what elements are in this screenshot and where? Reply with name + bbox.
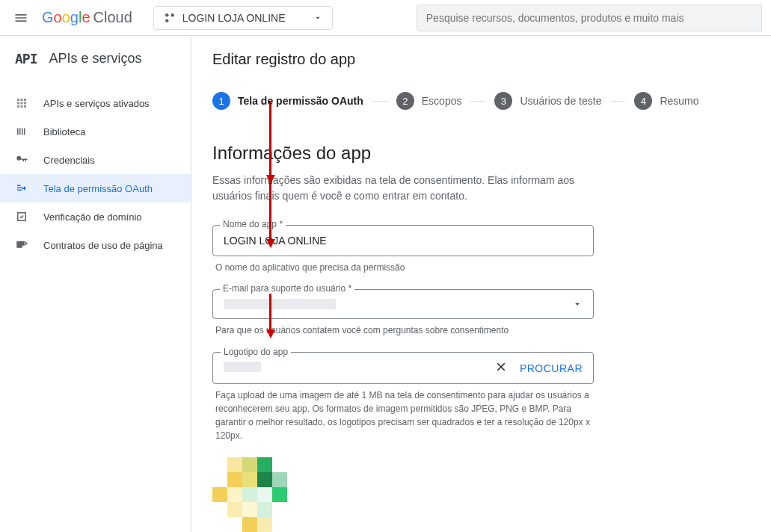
logo-clear-button[interactable]	[494, 360, 508, 376]
stepper: 1 Tela de permissão OAuth 2 Escopos 3 Us…	[212, 92, 750, 110]
api-logo-icon: API	[15, 51, 37, 66]
library-icon	[15, 125, 28, 138]
key-icon	[15, 153, 28, 167]
menu-button[interactable]	[9, 6, 33, 30]
logo-preview	[212, 457, 302, 532]
step-divider	[470, 101, 485, 102]
sidebar-item-label: Biblioteca	[43, 126, 85, 137]
dropdown-icon	[572, 299, 583, 309]
step-divider	[610, 101, 625, 102]
agreement-icon	[15, 238, 28, 252]
support-email-field: E-mail para suporte do usuário *	[212, 289, 594, 319]
step-number: 4	[634, 92, 652, 110]
step-3[interactable]: 3 Usuários de teste	[494, 92, 601, 110]
logo-filename	[224, 362, 494, 374]
support-email-hint: Para que os usuários contatem você com p…	[212, 324, 594, 337]
menu-icon	[13, 10, 28, 25]
dropdown-icon	[313, 13, 323, 23]
sidebar-item-label: Verificação de domínio	[43, 211, 142, 223]
project-name: LOGIN LOJA ONLINE	[182, 12, 286, 24]
logo-browse-button[interactable]: PROCURAR	[520, 362, 583, 374]
search-input[interactable]	[426, 12, 752, 24]
step-4[interactable]: 4 Resumo	[634, 92, 698, 110]
search-box[interactable]	[417, 4, 762, 31]
app-name-label: Nome do app *	[220, 219, 286, 229]
svg-point-2	[165, 19, 169, 22]
sidebar-item-label: Tela de permissão OAuth	[43, 183, 153, 194]
step-divider	[372, 101, 387, 102]
sidebar-item-library[interactable]: Biblioteca	[0, 117, 191, 146]
sidebar-header: API APIs e serviços	[0, 42, 191, 75]
support-email-value	[224, 299, 336, 309]
google-cloud-logo[interactable]: Google Cloud	[42, 9, 132, 26]
sidebar-item-page-usage[interactable]: Contratos de uso de página	[0, 231, 191, 259]
step-number: 1	[212, 92, 230, 110]
support-email-select[interactable]	[212, 289, 594, 319]
svg-point-1	[171, 13, 174, 17]
step-number: 2	[396, 92, 414, 110]
step-label: Usuários de teste	[520, 95, 601, 107]
app-name-field: Nome do app *	[212, 225, 594, 256]
project-selector[interactable]: LOGIN LOJA ONLINE	[153, 6, 333, 30]
step-label: Resumo	[660, 95, 698, 107]
sidebar-title: APIs e serviços	[49, 51, 142, 66]
support-email-label: E-mail para suporte do usuário *	[220, 283, 354, 294]
main-content: Editar registro do app 1 Tela de permiss…	[191, 36, 771, 532]
sidebar-item-domain-verification[interactable]: Verificação de domínio	[0, 202, 191, 231]
logo-label: Logotipo do app	[221, 347, 291, 357]
step-label: Tela de permissão OAuth	[238, 95, 363, 107]
section-title: Informações do app	[212, 143, 750, 164]
step-label: Escopos	[422, 95, 462, 107]
sidebar: API APIs e serviços APIs e serviços ativ…	[0, 36, 191, 532]
topbar: Google Cloud LOGIN LOJA ONLINE	[0, 0, 771, 36]
sidebar-item-label: APIs e serviços ativados	[43, 98, 150, 109]
logo-cloud-text: Cloud	[93, 9, 132, 26]
logo-field: Logotipo do app PROCURAR	[212, 352, 594, 384]
sidebar-item-credentials[interactable]: Credenciais	[0, 146, 191, 174]
logo-hint: Faça upload de uma imagem de até 1 MB na…	[212, 389, 594, 442]
app-name-hint: O nome do aplicativo que precisa da perm…	[212, 261, 594, 274]
step-2[interactable]: 2 Escopos	[396, 92, 462, 110]
section-description: Essas informações são exibidas na tela d…	[212, 173, 594, 204]
project-icon	[163, 11, 176, 25]
sidebar-item-enabled-apis[interactable]: APIs e serviços ativados	[0, 89, 191, 117]
sidebar-item-label: Credenciais	[43, 155, 95, 166]
dashboard-icon	[15, 96, 28, 110]
svg-point-0	[165, 13, 169, 17]
app-name-input[interactable]	[212, 225, 594, 256]
consent-icon	[15, 182, 28, 195]
step-number: 3	[494, 92, 512, 110]
step-1[interactable]: 1 Tela de permissão OAuth	[212, 92, 363, 110]
page-title: Editar registro do app	[212, 51, 750, 68]
verify-icon	[15, 210, 28, 223]
close-icon	[494, 360, 508, 374]
sidebar-item-oauth-consent[interactable]: Tela de permissão OAuth	[0, 174, 191, 202]
sidebar-item-label: Contratos de uso de página	[43, 240, 163, 251]
